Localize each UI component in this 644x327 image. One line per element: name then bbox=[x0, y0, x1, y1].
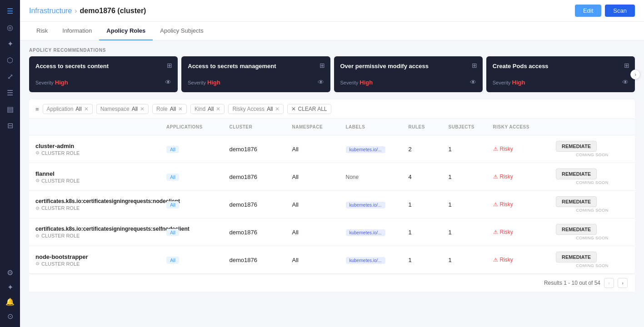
filter-role-value: All bbox=[170, 106, 176, 112]
row-action-0: REMEDIATE COMING SOON bbox=[556, 141, 629, 157]
recommendations-list: Access to secrets content ⊞ Severity Hig… bbox=[29, 56, 635, 92]
eye-icon-2[interactable]: 👁 bbox=[470, 79, 476, 86]
severity-value-3: High bbox=[512, 79, 525, 86]
sidebar-icon-connect[interactable]: ⤢ bbox=[3, 69, 17, 84]
pagination-next[interactable]: › bbox=[618, 278, 628, 288]
row-apps-2: All bbox=[166, 201, 226, 208]
breadcrumb-current: demo1876 (cluster) bbox=[80, 7, 146, 15]
rec-card-icon-0[interactable]: ⊞ bbox=[167, 62, 172, 69]
row-labels-3: kubernetes.io/... bbox=[346, 229, 405, 236]
filter-role-clear[interactable]: ✕ bbox=[178, 106, 183, 112]
severity-1: Severity High bbox=[188, 79, 220, 86]
row-labels-2: kubernetes.io/... bbox=[346, 201, 405, 208]
table-row: cluster-admin ⚙ CLUSTER ROLE All demo187… bbox=[29, 135, 635, 163]
breadcrumb-infrastructure[interactable]: Infrastructure bbox=[29, 7, 72, 15]
remediate-button-4[interactable]: REMEDIATE bbox=[556, 252, 597, 263]
filter-role-label: Role bbox=[156, 106, 168, 112]
cluster-role-icon-3: ⚙ bbox=[35, 233, 40, 238]
row-subjects-3: 1 bbox=[449, 229, 489, 236]
filter-risky-value: All bbox=[267, 106, 273, 112]
eye-icon-3[interactable]: 👁 bbox=[622, 79, 629, 86]
risky-triangle-0: ⚠ bbox=[493, 146, 498, 152]
row-namespace-3: All bbox=[292, 229, 342, 236]
row-subjects-0: 1 bbox=[449, 146, 489, 153]
filter-kind-clear[interactable]: ✕ bbox=[216, 106, 220, 112]
filter-risky-clear[interactable]: ✕ bbox=[275, 106, 280, 112]
row-type-3: CLUSTER ROLE bbox=[41, 233, 80, 238]
sidebar: ☰ ◎ ✦ ⬡ ⤢ ☰ ▤ ⊟ ⚙ ✦ 🔔 ⊙ bbox=[0, 0, 20, 327]
cluster-role-icon-0: ⚙ bbox=[35, 150, 40, 155]
row-apps-3: All bbox=[166, 229, 226, 236]
filter-kind[interactable]: Kind All ✕ bbox=[190, 104, 225, 114]
edit-button[interactable]: Edit bbox=[575, 5, 601, 17]
row-cluster-1: demo1876 bbox=[230, 173, 289, 180]
filter-namespace-value: All bbox=[132, 106, 138, 112]
rec-card-icon-3[interactable]: ⊞ bbox=[624, 62, 629, 69]
pagination: Results 1 - 10 out of 54 ‹ › bbox=[29, 274, 635, 292]
filter-risky-label: Risky Access bbox=[232, 106, 265, 112]
filter-namespace[interactable]: Namespace All ✕ bbox=[96, 104, 149, 114]
risky-triangle-2: ⚠ bbox=[493, 201, 498, 208]
col-header-risky: RISKY ACCESS bbox=[493, 124, 553, 129]
table: APPLICATIONS CLUSTER NAMESPACE LABELS RU… bbox=[29, 119, 635, 274]
filter-role[interactable]: Role All ✕ bbox=[152, 104, 187, 114]
row-risky-2: ⚠ Risky bbox=[493, 201, 553, 208]
risky-triangle-3: ⚠ bbox=[493, 229, 498, 235]
sidebar-icon-bell[interactable]: 🔔 bbox=[3, 294, 17, 309]
sidebar-icon-user[interactable]: ⊙ bbox=[3, 309, 17, 323]
row-rules-2: 1 bbox=[409, 201, 445, 208]
tab-information[interactable]: Information bbox=[55, 22, 99, 40]
remediate-button-3[interactable]: REMEDIATE bbox=[556, 224, 597, 235]
sidebar-icon-dashboard[interactable]: ◎ bbox=[3, 20, 17, 35]
eye-icon-1[interactable]: 👁 bbox=[318, 79, 324, 86]
breadcrumb: Infrastructure › demo1876 (cluster) bbox=[29, 7, 146, 15]
remediate-button-1[interactable]: REMEDIATE bbox=[556, 168, 597, 179]
severity-0: Severity High bbox=[35, 79, 68, 86]
row-namespace-2: All bbox=[292, 201, 342, 208]
sidebar-icon-star[interactable]: ✦ bbox=[3, 36, 17, 51]
sidebar-icon-menu[interactable]: ☰ bbox=[3, 4, 17, 18]
col-header-labels: LABELS bbox=[346, 124, 405, 129]
rec-card-3: Create Pods access ⊞ Severity High 👁 bbox=[486, 56, 635, 92]
scan-button[interactable]: Scan bbox=[605, 5, 635, 17]
row-name-4: node-bootstrapper ⚙ CLUSTER ROLE bbox=[35, 253, 163, 267]
row-labels-4: kubernetes.io/... bbox=[346, 257, 405, 263]
tab-apolicy-subjects[interactable]: Apolicy Subjects bbox=[153, 22, 210, 40]
rec-card-icon-2[interactable]: ⊞ bbox=[472, 62, 477, 69]
cluster-role-icon-4: ⚙ bbox=[35, 261, 40, 266]
sidebar-icon-table[interactable]: ▤ bbox=[3, 102, 17, 116]
sidebar-icon-grid[interactable]: ⊟ bbox=[3, 118, 17, 133]
sidebar-icon-list[interactable]: ☰ bbox=[3, 85, 17, 100]
table-row: certificates.k8s.io:certificatesigningre… bbox=[29, 218, 635, 246]
filter-risky[interactable]: Risky Access All ✕ bbox=[228, 104, 284, 114]
filter-application[interactable]: Application All ✕ bbox=[43, 104, 93, 114]
sidebar-icon-hex[interactable]: ⬡ bbox=[3, 53, 17, 67]
severity-label-1: Severity bbox=[188, 80, 207, 85]
tab-apolicy-roles[interactable]: Apolicy Roles bbox=[99, 22, 153, 40]
severity-value-0: High bbox=[55, 79, 68, 86]
filter-namespace-clear[interactable]: ✕ bbox=[140, 106, 145, 112]
filter-application-label: Application bbox=[47, 106, 74, 112]
coming-soon-3: COMING SOON bbox=[556, 236, 629, 240]
row-apps-1: All bbox=[166, 173, 226, 180]
clear-all-button[interactable]: ✕ CLEAR ALL bbox=[287, 104, 331, 114]
remediate-button-0[interactable]: REMEDIATE bbox=[556, 141, 597, 152]
carousel-next-arrow[interactable]: › bbox=[630, 69, 640, 79]
rec-card-title-1: Access to secrets management bbox=[188, 63, 324, 69]
col-header-namespace: NAMESPACE bbox=[292, 124, 342, 129]
col-header-applications: APPLICATIONS bbox=[166, 124, 226, 129]
sidebar-icon-apps[interactable]: ✦ bbox=[3, 280, 17, 294]
pagination-prev[interactable]: ‹ bbox=[604, 278, 614, 288]
table-row: node-bootstrapper ⚙ CLUSTER ROLE All dem… bbox=[29, 246, 635, 274]
severity-value-1: High bbox=[207, 79, 220, 86]
header: Infrastructure › demo1876 (cluster) Edit… bbox=[20, 0, 644, 22]
tab-risk[interactable]: Risk bbox=[29, 22, 55, 40]
header-actions: Edit Scan bbox=[575, 5, 635, 17]
rec-card-icon-1[interactable]: ⊞ bbox=[320, 62, 325, 69]
remediate-button-2[interactable]: REMEDIATE bbox=[556, 196, 597, 207]
filter-application-clear[interactable]: ✕ bbox=[84, 106, 89, 112]
row-action-4: REMEDIATE COMING SOON bbox=[556, 252, 629, 268]
eye-icon-0[interactable]: 👁 bbox=[165, 79, 171, 86]
sidebar-icon-settings[interactable]: ⚙ bbox=[3, 265, 17, 280]
severity-label-2: Severity bbox=[340, 80, 360, 85]
